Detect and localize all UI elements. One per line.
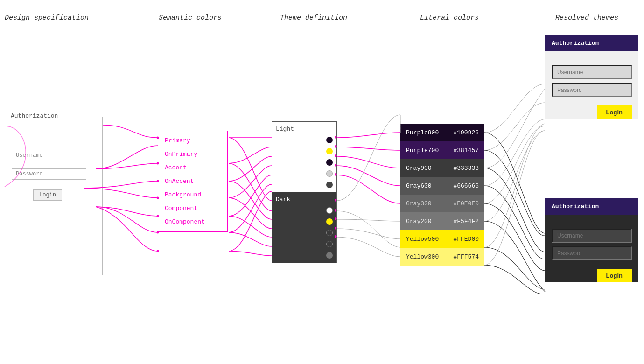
literal-yellow500-name: Yellow500: [406, 236, 439, 243]
literal-purple700: Purple700 #381457: [400, 141, 484, 159]
semantic-onprimary: OnPrimary: [158, 147, 227, 161]
semantic-colors-box: Primary OnPrimary Accent OnAccent Backgr…: [158, 131, 228, 232]
literal-gray300-name: Gray300: [406, 200, 432, 207]
literal-gray600: Gray600 #666666: [400, 177, 484, 195]
semantic-oncomponent: OnComponent: [158, 215, 227, 229]
semantic-component: Component: [158, 202, 227, 215]
literal-gray300: Gray300 #E0E0E0: [400, 195, 484, 212]
semantic-background: Background: [158, 188, 227, 202]
theme-dark-label: Dark: [272, 194, 336, 205]
header-design-spec: Design specification: [5, 14, 89, 22]
literal-gray900-name: Gray900: [406, 165, 432, 172]
login-btn-spec[interactable]: Login: [33, 189, 62, 201]
theme-light-row-5: [272, 179, 336, 190]
header-literal-colors: Literal colors: [420, 14, 479, 22]
literal-gray200-hex: #F5F4F2: [453, 218, 479, 225]
literal-purple900: Purple900 #190926: [400, 124, 484, 141]
resolved-dark-password[interactable]: [552, 246, 632, 260]
literal-yellow300-hex: #FFF574: [453, 253, 479, 260]
theme-dark-row-1: [272, 205, 336, 216]
header-theme-def: Theme definition: [280, 14, 347, 22]
theme-dark-row-5: [272, 250, 336, 261]
resolved-dark-header: Authorization: [545, 198, 638, 215]
semantic-accent: Accent: [158, 161, 227, 175]
literal-purple700-hex: #381457: [453, 147, 479, 154]
literal-yellow300-name: Yellow300: [406, 253, 439, 260]
username-field-spec: Username: [12, 150, 86, 161]
header-resolved-themes: Resolved themes: [555, 14, 618, 22]
literal-gray300-hex: #E0E0E0: [453, 200, 479, 207]
design-spec-title: Authorization: [9, 112, 60, 119]
literal-yellow500-hex: #FFED00: [453, 236, 479, 243]
literal-gray600-name: Gray600: [406, 182, 432, 189]
svg-point-6: [157, 250, 159, 252]
semantic-onaccent: OnAccent: [158, 175, 227, 188]
theme-light-label: Light: [272, 124, 336, 134]
theme-dark-row-3: [272, 227, 336, 238]
header-semantic-colors: Semantic colors: [159, 14, 222, 22]
literal-yellow500: Yellow500 #FFED00: [400, 230, 484, 248]
resolved-light-header: Authorization: [545, 35, 638, 51]
literal-gray600-hex: #666666: [453, 182, 479, 189]
resolved-dark-username[interactable]: [552, 229, 632, 243]
literal-purple900-name: Purple900: [406, 129, 439, 136]
theme-dark-row-4: [272, 238, 336, 250]
theme-light-row-2: [272, 146, 336, 157]
theme-light-row-4: [272, 168, 336, 179]
resolved-dark-body: Login: [545, 215, 638, 273]
design-spec-box: Authorization Username Password Login: [5, 117, 103, 275]
literal-gray200-name: Gray200: [406, 218, 432, 225]
semantic-primary: Primary: [158, 134, 227, 147]
resolved-dark-login-btn[interactable]: Login: [597, 269, 632, 282]
theme-light-row-3: [272, 157, 336, 168]
theme-dark-row-2: [272, 216, 336, 227]
password-field-spec: Password: [12, 168, 86, 180]
theme-light-row-1: [272, 134, 336, 146]
literal-purple700-name: Purple700: [406, 147, 439, 154]
literal-yellow300: Yellow300 #FFF574: [400, 248, 484, 266]
resolved-dark-theme: Authorization Login: [545, 198, 638, 282]
theme-box: Light Dark: [272, 121, 337, 263]
literal-purple900-hex: #190926: [453, 129, 479, 136]
literal-gray900-hex: #333333: [453, 165, 479, 172]
literal-colors-box: Purple900 #190926 Purple700 #381457 Gray…: [400, 124, 484, 266]
resolved-light-theme: Authorization Login: [545, 35, 638, 119]
resolved-light-password[interactable]: [552, 83, 632, 97]
resolved-light-body: Login: [545, 51, 638, 110]
literal-gray900: Gray900 #333333: [400, 159, 484, 177]
resolved-light-login-btn[interactable]: Login: [597, 105, 632, 119]
resolved-light-username[interactable]: [552, 65, 632, 79]
literal-gray200: Gray200 #F5F4F2: [400, 212, 484, 230]
